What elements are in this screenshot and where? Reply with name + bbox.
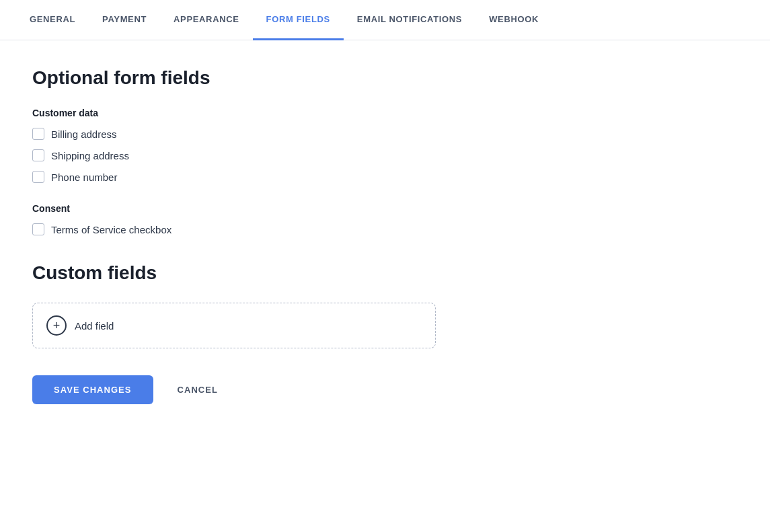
consent-checkboxes: Terms of Service checkbox <box>32 223 738 235</box>
top-nav: GENERAL PAYMENT APPEARANCE FORM FIELDS E… <box>0 0 770 40</box>
main-content: Optional form fields Customer data Billi… <box>0 40 770 532</box>
tab-webhook[interactable]: WEBHOOK <box>475 0 552 40</box>
phone-number-checkbox-item[interactable]: Phone number <box>32 171 738 183</box>
tab-email-notifications[interactable]: EMAIL NOTIFICATIONS <box>344 0 475 40</box>
optional-form-fields-title: Optional form fields <box>32 67 738 89</box>
custom-fields-title: Custom fields <box>32 262 738 284</box>
phone-number-checkbox[interactable] <box>32 171 44 183</box>
shipping-address-checkbox-item[interactable]: Shipping address <box>32 149 738 161</box>
actions-row: SAVE CHANGES CANCEL <box>32 375 738 404</box>
phone-number-label: Phone number <box>51 172 117 183</box>
custom-fields-section: Custom fields + Add field <box>32 262 738 348</box>
tos-checkbox[interactable] <box>32 223 44 235</box>
tos-checkbox-item[interactable]: Terms of Service checkbox <box>32 223 738 235</box>
tos-label: Terms of Service checkbox <box>51 224 171 235</box>
tab-form-fields[interactable]: FORM FIELDS <box>253 0 344 40</box>
billing-address-checkbox-item[interactable]: Billing address <box>32 128 738 140</box>
add-field-label: Add field <box>75 320 114 332</box>
tab-appearance[interactable]: APPEARANCE <box>160 0 253 40</box>
add-field-box[interactable]: + Add field <box>32 303 436 348</box>
cancel-button[interactable]: CANCEL <box>164 375 231 404</box>
consent-section: Consent Terms of Service checkbox <box>32 203 738 235</box>
save-changes-button[interactable]: SAVE CHANGES <box>32 375 153 404</box>
billing-address-label: Billing address <box>51 128 117 140</box>
tab-general[interactable]: GENERAL <box>16 0 89 40</box>
shipping-address-label: Shipping address <box>51 150 129 161</box>
consent-label: Consent <box>32 203 738 214</box>
tab-payment[interactable]: PAYMENT <box>89 0 160 40</box>
plus-icon: + <box>46 315 67 336</box>
customer-data-label: Customer data <box>32 108 738 118</box>
billing-address-checkbox[interactable] <box>32 128 44 140</box>
shipping-address-checkbox[interactable] <box>32 149 44 161</box>
customer-data-checkboxes: Billing address Shipping address Phone n… <box>32 128 738 183</box>
